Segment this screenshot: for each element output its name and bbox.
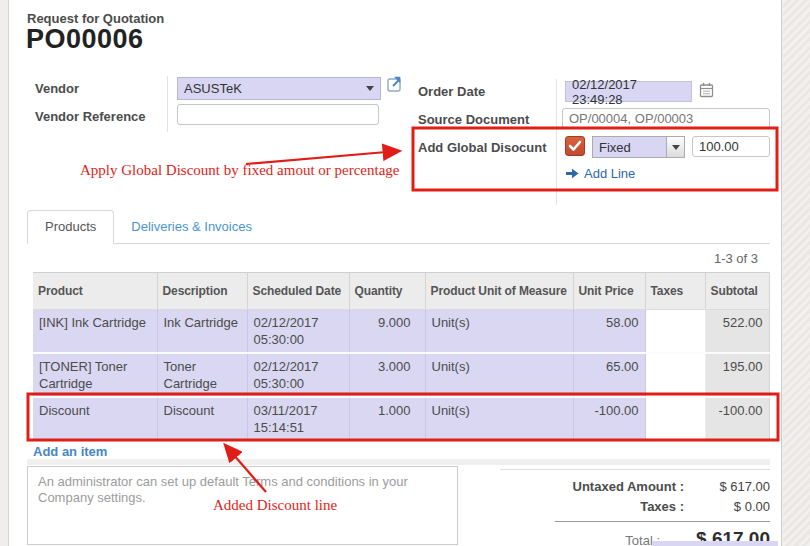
cell-quantity: 9.000 — [349, 310, 425, 354]
right-group-divider — [556, 79, 557, 205]
add-an-item-link[interactable]: Add an item — [33, 444, 107, 459]
cell-taxes — [645, 397, 705, 441]
cell-product: Discount — [33, 397, 157, 441]
cell-unit-price: -100.00 — [573, 397, 645, 441]
vendor-label: Vendor — [35, 81, 79, 96]
cell-uom: Unit(s) — [425, 310, 573, 354]
order-date-value: 02/12/2017 23:49:28 — [572, 77, 685, 107]
add-line-label: Add Line — [584, 166, 635, 181]
order-lines-table: Product Description Scheduled Date Quant… — [33, 272, 770, 442]
chevron-down-icon — [366, 86, 374, 91]
column-header-unit-price[interactable]: Unit Price — [573, 273, 645, 310]
check-icon — [568, 140, 582, 152]
untaxed-amount-label: Untaxed Amount : — [500, 479, 684, 494]
vendor-select[interactable]: ASUSTeK — [177, 77, 381, 100]
discount-type-select[interactable]: Fixed — [592, 136, 685, 158]
taxes-total-label: Taxes : — [500, 499, 684, 514]
cell-description: Toner Cartridge — [157, 353, 247, 397]
order-date-label: Order Date — [418, 84, 485, 99]
column-header-uom[interactable]: Product Unit of Measure — [425, 273, 573, 310]
table-header-row: Product Description Scheduled Date Quant… — [33, 273, 769, 310]
calendar-icon[interactable] — [699, 82, 714, 101]
column-header-quantity[interactable]: Quantity — [349, 273, 425, 310]
annotation-discount-line: Added Discount line — [213, 497, 337, 514]
totals-divider — [555, 521, 770, 522]
chevron-down-icon — [672, 145, 680, 150]
cell-subtotal: 522.00 — [705, 310, 769, 354]
column-header-subtotal[interactable]: Subtotal — [705, 273, 769, 310]
external-link-icon[interactable] — [386, 75, 405, 97]
cell-subtotal: 195.00 — [705, 353, 769, 397]
tab-deliveries-invoices[interactable]: Deliveries & Invoices — [114, 211, 269, 243]
cell-unit-price: 65.00 — [573, 353, 645, 397]
vendor-reference-label: Vendor Reference — [35, 109, 146, 124]
page-title: PO00006 — [26, 24, 144, 55]
rfq-page: Request for Quotation PO00006 Vendor ASU… — [0, 0, 810, 546]
cell-subtotal: -100.00 — [705, 397, 769, 441]
discount-amount-input[interactable] — [692, 136, 770, 157]
cell-scheduled-date: 02/12/2017 05:30:00 — [247, 353, 349, 397]
vendor-select-value: ASUSTeK — [184, 81, 366, 96]
tab-products[interactable]: Products — [27, 210, 114, 244]
select-button — [666, 137, 684, 157]
cell-taxes — [645, 353, 705, 397]
add-line-link[interactable]: Add Line — [566, 166, 635, 181]
table-row[interactable]: [INK] Ink Cartridge Ink Cartridge 02/12/… — [33, 310, 769, 354]
vendor-reference-input[interactable] — [177, 104, 379, 125]
cell-unit-price: 58.00 — [573, 310, 645, 354]
cell-description: Ink Cartridge — [157, 310, 247, 354]
source-document-label: Source Document — [418, 112, 529, 127]
column-header-product[interactable]: Product — [33, 273, 157, 310]
notebook-tabs: Products Deliveries & Invoices — [27, 210, 770, 244]
taxes-total-value: $ 0.00 — [684, 499, 770, 514]
untaxed-amount-value: $ 617.00 — [684, 479, 770, 494]
cell-quantity: 3.000 — [349, 353, 425, 397]
table-row[interactable]: [TONER] Toner Cartridge Toner Cartridge … — [33, 353, 769, 397]
page-right-gutter — [783, 0, 810, 546]
order-date-field[interactable]: 02/12/2017 23:49:28 — [565, 81, 692, 102]
left-group-divider — [167, 76, 168, 132]
cell-scheduled-date: 02/12/2017 05:30:00 — [247, 310, 349, 354]
column-header-description[interactable]: Description — [157, 273, 247, 310]
cell-taxes — [645, 310, 705, 354]
cell-uom: Unit(s) — [425, 397, 573, 441]
cell-scheduled-date: 03/11/2017 15:14:51 — [247, 397, 349, 441]
cell-description: Discount — [157, 397, 247, 441]
global-discount-label: Add Global Disocunt — [418, 140, 547, 155]
global-discount-checkbox[interactable] — [565, 136, 585, 156]
cell-product: [TONER] Toner Cartridge — [33, 353, 157, 397]
column-header-taxes[interactable]: Taxes — [645, 273, 705, 310]
source-document-input[interactable] — [562, 108, 770, 129]
table-row-discount[interactable]: Discount Discount 03/11/2017 15:14:51 1.… — [33, 397, 769, 441]
column-header-scheduled-date[interactable]: Scheduled Date — [247, 273, 349, 310]
discount-type-value: Fixed — [593, 140, 666, 155]
cell-quantity: 1.000 — [349, 397, 425, 441]
total-highlight-bar — [652, 541, 778, 546]
annotation-global-discount: Apply Global Discount by fixed amout or … — [80, 162, 400, 179]
cell-uom: Unit(s) — [425, 353, 573, 397]
pager: 1-3 of 3 — [640, 251, 758, 266]
total-label: Total : — [500, 533, 660, 546]
totals-block: Untaxed Amount : $ 617.00 Taxes : $ 0.00… — [500, 469, 770, 546]
table-footer-strip — [27, 459, 770, 465]
cell-product: [INK] Ink Cartridge — [33, 310, 157, 354]
arrow-right-icon — [566, 168, 579, 179]
